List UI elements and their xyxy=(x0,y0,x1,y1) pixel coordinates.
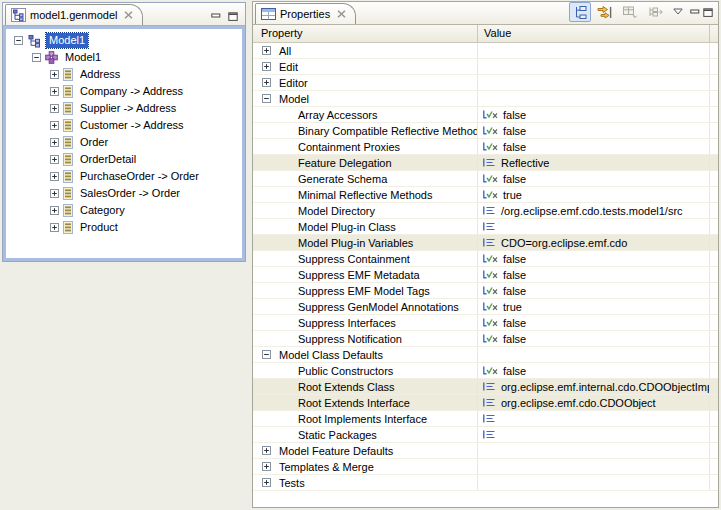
category-row[interactable]: Editor xyxy=(253,75,718,91)
property-row[interactable]: Suppress GenModel Annotationstrue xyxy=(253,299,718,315)
property-row[interactable]: Generate Schemafalse xyxy=(253,171,718,187)
property-row[interactable]: Suppress EMF Model Tagsfalse xyxy=(253,283,718,299)
tree-item[interactable]: Product xyxy=(6,219,242,236)
property-row[interactable]: Minimal Reflective Methodstrue xyxy=(253,187,718,203)
expand-expander-icon[interactable] xyxy=(50,70,59,79)
close-icon[interactable] xyxy=(337,10,346,18)
expand-expander-icon[interactable] xyxy=(50,138,59,147)
column-header-property[interactable]: Property xyxy=(253,25,478,42)
value-cell[interactable]: org.eclipse.emf.internal.cdo.CDOObjectIm… xyxy=(478,379,710,394)
value-cell[interactable]: false xyxy=(478,267,710,282)
view-menu-button[interactable] xyxy=(671,2,685,20)
category-row[interactable]: Edit xyxy=(253,59,718,75)
collapse-expander-icon[interactable] xyxy=(262,94,271,103)
property-row[interactable]: Suppress Containmentfalse xyxy=(253,251,718,267)
property-row[interactable]: Binary Compatible Reflective Methodsfals… xyxy=(253,123,718,139)
tree-item[interactable]: SalesOrder -> Order xyxy=(6,185,242,202)
category-row[interactable]: Model Feature Defaults xyxy=(253,443,718,459)
tree-item[interactable]: Model1 xyxy=(6,32,242,49)
property-row[interactable]: Feature DelegationReflective xyxy=(253,155,718,171)
value-cell[interactable]: true xyxy=(478,187,710,202)
property-row[interactable]: Static Packages xyxy=(253,427,718,443)
expand-expander-icon[interactable] xyxy=(50,223,59,232)
property-row[interactable]: Root Extends Classorg.eclipse.emf.intern… xyxy=(253,379,718,395)
expand-expander-icon[interactable] xyxy=(50,155,59,164)
expand-expander-icon[interactable] xyxy=(262,478,271,487)
property-row[interactable]: Suppress EMF Metadatafalse xyxy=(253,267,718,283)
expand-expander-icon[interactable] xyxy=(262,62,271,71)
value-cell[interactable]: false xyxy=(478,251,710,266)
value-cell[interactable] xyxy=(478,219,710,234)
value-cell[interactable] xyxy=(478,427,710,442)
property-row[interactable]: Suppress Notificationfalse xyxy=(253,331,718,347)
property-row[interactable]: Model Plug-in VariablesCDO=org.eclipse.e… xyxy=(253,235,718,251)
collapse-expander-icon[interactable] xyxy=(14,36,23,45)
value-cell[interactable]: false xyxy=(478,363,710,378)
value-cell[interactable]: org.eclipse.emf.cdo.CDOObject xyxy=(478,395,710,410)
value-cell[interactable] xyxy=(478,411,710,426)
tree-item[interactable]: OrderDetail xyxy=(6,151,242,168)
category-row[interactable]: Templates & Merge xyxy=(253,459,718,475)
maximize-button[interactable] xyxy=(228,12,238,21)
property-row[interactable]: Public Constructorsfalse xyxy=(253,363,718,379)
property-label: Feature Delegation xyxy=(298,157,392,169)
value-cell[interactable]: false xyxy=(478,139,710,154)
category-row[interactable]: Model xyxy=(253,91,718,107)
expand-expander-icon[interactable] xyxy=(50,121,59,130)
close-icon[interactable] xyxy=(124,11,133,19)
value-cell[interactable]: CDO=org.eclipse.emf.cdo xyxy=(478,235,710,250)
minimize-button[interactable] xyxy=(690,8,700,17)
tree-item[interactable]: Category xyxy=(6,202,242,219)
expand-expander-icon[interactable] xyxy=(50,87,59,96)
expand-expander-icon[interactable] xyxy=(50,104,59,113)
collapse-expander-icon[interactable] xyxy=(262,350,271,359)
category-row[interactable]: Tests xyxy=(253,475,718,491)
value-cell[interactable]: false xyxy=(478,331,710,346)
expand-expander-icon[interactable] xyxy=(50,189,59,198)
expand-expander-icon[interactable] xyxy=(50,206,59,215)
value-cell[interactable]: false xyxy=(478,107,710,122)
minimize-button[interactable] xyxy=(211,12,221,21)
value-cell[interactable]: false xyxy=(478,283,710,298)
expand-expander-icon[interactable] xyxy=(262,446,271,455)
property-cell: Model Plug-in Class xyxy=(253,219,478,234)
property-row[interactable]: Containment Proxiesfalse xyxy=(253,139,718,155)
value-cell[interactable]: false xyxy=(478,171,710,186)
expand-expander-icon[interactable] xyxy=(262,46,271,55)
property-value: true xyxy=(503,301,522,313)
value-cell[interactable]: /org.eclipse.emf.cdo.tests.model1/src xyxy=(478,203,710,218)
value-cell[interactable]: Reflective xyxy=(478,155,710,170)
category-label: Templates & Merge xyxy=(279,461,374,473)
property-cell: Generate Schema xyxy=(253,171,478,186)
tab-properties[interactable]: Properties xyxy=(255,3,356,24)
property-row[interactable]: Model Directory/org.eclipse.emf.cdo.test… xyxy=(253,203,718,219)
tree-item[interactable]: Model1 xyxy=(6,49,242,66)
tree-item[interactable]: Customer -> Address xyxy=(6,117,242,134)
property-row[interactable]: Suppress Interfacesfalse xyxy=(253,315,718,331)
show-advanced-properties-button[interactable] xyxy=(594,2,616,22)
tree-item[interactable]: Company -> Address xyxy=(6,83,242,100)
expand-expander-icon[interactable] xyxy=(50,172,59,181)
value-cell[interactable]: false xyxy=(478,315,710,330)
value-cell[interactable]: true xyxy=(478,299,710,314)
expand-expander-icon[interactable] xyxy=(262,78,271,87)
property-value: false xyxy=(503,317,526,329)
show-categories-button[interactable] xyxy=(569,2,591,22)
property-cell: Model xyxy=(253,91,478,106)
tree-item[interactable]: Supplier -> Address xyxy=(6,100,242,117)
value-cell[interactable]: false xyxy=(478,123,710,138)
expand-expander-icon[interactable] xyxy=(262,462,271,471)
property-row[interactable]: Root Extends Interfaceorg.eclipse.emf.cd… xyxy=(253,395,718,411)
tree-item[interactable]: Order xyxy=(6,134,242,151)
maximize-button[interactable] xyxy=(703,8,713,17)
tree-item[interactable]: PurchaseOrder -> Order xyxy=(6,168,242,185)
property-row[interactable]: Array Accessorsfalse xyxy=(253,107,718,123)
property-row[interactable]: Root Implements Interface xyxy=(253,411,718,427)
category-row[interactable]: All xyxy=(253,43,718,59)
property-row[interactable]: Model Plug-in Class xyxy=(253,219,718,235)
tab-model1-genmodel[interactable]: model1.genmodel xyxy=(5,4,143,25)
column-header-value[interactable]: Value xyxy=(478,25,710,42)
tree-item[interactable]: Address xyxy=(6,66,242,83)
collapse-expander-icon[interactable] xyxy=(32,53,41,62)
category-row[interactable]: Model Class Defaults xyxy=(253,347,718,363)
